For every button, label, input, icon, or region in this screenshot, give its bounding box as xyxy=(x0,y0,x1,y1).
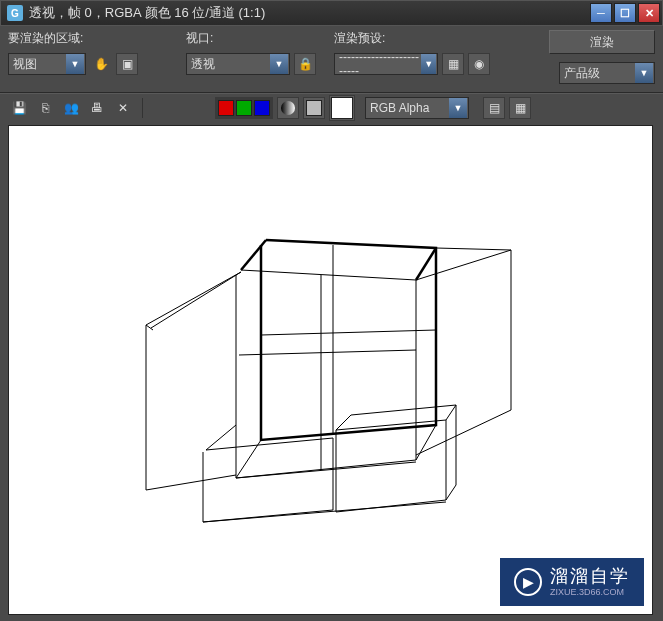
render-button[interactable]: 渲染 xyxy=(549,30,655,54)
titlebar: G 透视，帧 0，RGBA 颜色 16 位/通道 (1:1) ─ ☐ ✕ xyxy=(0,0,663,26)
overlay-a-icon[interactable]: ▤ xyxy=(483,97,505,119)
area-label: 要渲染的区域: xyxy=(8,30,178,47)
svg-line-2 xyxy=(416,425,436,460)
viewport-label: 视口: xyxy=(186,30,326,47)
pan-icon[interactable]: ✋ xyxy=(90,53,112,75)
red-channel-icon xyxy=(218,100,234,116)
svg-line-9 xyxy=(436,248,511,250)
region-select-icon[interactable]: ▣ xyxy=(116,53,138,75)
watermark-url: ZIXUE.3D66.COM xyxy=(550,587,630,598)
chevron-down-icon: ▼ xyxy=(635,63,653,83)
svg-line-7 xyxy=(261,330,436,335)
preset-dropdown[interactable]: ------------------------- ▼ xyxy=(334,53,438,75)
swatch-button[interactable] xyxy=(329,95,355,121)
viewport-value: 透视 xyxy=(191,56,215,73)
copy-icon[interactable]: ⎘ xyxy=(34,97,56,119)
quality-value: 产品级 xyxy=(564,65,600,82)
minimize-button[interactable]: ─ xyxy=(590,3,612,23)
overlay-b-icon[interactable]: ▦ xyxy=(509,97,531,119)
white-swatch-icon xyxy=(331,97,353,119)
svg-line-1 xyxy=(416,248,436,280)
lock-icon[interactable]: 🔒 xyxy=(294,53,316,75)
watermark-brand: 溜溜自学 xyxy=(550,566,630,588)
close-button[interactable]: ✕ xyxy=(638,3,660,23)
blue-channel-icon xyxy=(254,100,270,116)
clone-icon[interactable]: 👥 xyxy=(60,97,82,119)
svg-line-12 xyxy=(206,425,236,450)
svg-line-14 xyxy=(236,462,416,478)
svg-line-13 xyxy=(203,502,446,522)
chevron-down-icon: ▼ xyxy=(270,54,288,74)
print-icon[interactable]: 🖶 xyxy=(86,97,108,119)
preset-label: 渲染预设: xyxy=(334,30,534,47)
gray-chip-icon xyxy=(306,100,322,116)
app-icon: G xyxy=(7,5,23,21)
maximize-button[interactable]: ☐ xyxy=(614,3,636,23)
play-icon: ▶ xyxy=(514,568,542,596)
separator xyxy=(142,98,143,118)
render-toolbar: 要渲染的区域: 视图 ▼ ✋ ▣ 视口: 透视 ▼ 🔒 渲 xyxy=(0,26,663,93)
chevron-down-icon: ▼ xyxy=(449,98,467,118)
preset-value: ------------------------- xyxy=(339,50,421,78)
environment-icon[interactable]: ◉ xyxy=(468,53,490,75)
channel-value: RGB Alpha xyxy=(370,101,429,115)
chevron-down-icon: ▼ xyxy=(66,54,84,74)
svg-line-10 xyxy=(336,415,351,430)
svg-line-11 xyxy=(446,405,456,420)
alpha-channel-icon[interactable] xyxy=(277,97,299,119)
clear-icon[interactable]: ✕ xyxy=(112,97,134,119)
channel-dropdown[interactable]: RGB Alpha ▼ xyxy=(365,97,469,119)
image-toolbar: 💾 ⎘ 👥 🖶 ✕ RGB Alpha ▼ ▤ ▦ xyxy=(0,93,663,121)
area-value: 视图 xyxy=(13,56,37,73)
watermark: ▶ 溜溜自学 ZIXUE.3D66.COM xyxy=(500,558,644,606)
window-controls: ─ ☐ ✕ xyxy=(590,3,660,23)
rgb-toggle[interactable] xyxy=(215,97,273,119)
chevron-down-icon: ▼ xyxy=(421,54,436,74)
area-dropdown[interactable]: 视图 ▼ xyxy=(8,53,86,75)
render-label: 渲染 xyxy=(590,34,614,51)
green-channel-icon xyxy=(236,100,252,116)
rendered-wireframe xyxy=(111,200,551,540)
svg-line-6 xyxy=(239,350,416,355)
viewport-dropdown[interactable]: 透视 ▼ xyxy=(186,53,290,75)
render-viewport: ▶ 溜溜自学 ZIXUE.3D66.COM xyxy=(8,125,653,615)
mono-channel-icon[interactable] xyxy=(303,97,325,119)
quality-dropdown[interactable]: 产品级 ▼ xyxy=(559,62,655,84)
save-icon[interactable]: 💾 xyxy=(8,97,30,119)
window-title: 透视，帧 0，RGBA 颜色 16 位/通道 (1:1) xyxy=(29,4,590,22)
render-setup-icon[interactable]: ▦ xyxy=(442,53,464,75)
